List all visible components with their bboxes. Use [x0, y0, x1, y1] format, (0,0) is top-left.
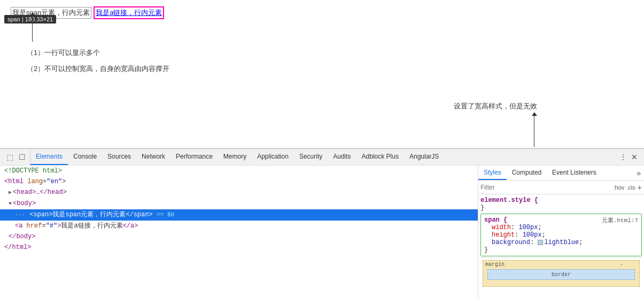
color-swatch[interactable]	[538, 240, 543, 245]
dom-line-head[interactable]: ▶<head>…</head>	[0, 187, 478, 198]
tab-elements[interactable]: Elements	[30, 149, 68, 165]
inspect-icon[interactable]: ⬚	[5, 152, 14, 162]
style-prop-width: width: 100px;	[484, 224, 638, 231]
box-model-outer: margin - border	[483, 260, 640, 287]
box-model-inner: border	[487, 269, 635, 280]
a-element[interactable]: 我是a链接，行内元素	[94, 6, 164, 19]
tab-application[interactable]: Application	[252, 149, 294, 165]
element-style-rule: element.style { }	[480, 197, 642, 211]
dom-line-body[interactable]: ▼<body>	[0, 198, 478, 209]
styles-panel: Styles Computed Event Listeners » :hov .…	[478, 166, 644, 298]
dom-line-doctype: <!DOCTYPE html>	[0, 166, 478, 176]
dom-line-html-close: </html>	[0, 242, 478, 253]
arrow-line	[32, 15, 33, 42]
span-style-rule: span { 元素.html:7 width: 100px; height: 1…	[480, 214, 642, 256]
dom-line-span[interactable]: ··· <span>我是span元素，行内元素</span> == $0	[0, 209, 478, 221]
border-label: border	[552, 272, 571, 278]
margin-value: -	[620, 262, 623, 268]
note-1: （1）一行可以显示多个	[27, 48, 100, 58]
devtools-bar: ⬚ ☐ Elements Console Sources Network Per…	[0, 148, 644, 166]
dom-line-html[interactable]: <html lang="en">	[0, 176, 478, 187]
dom-line-body-close: </body>	[0, 231, 478, 242]
devtools-icons: ⬚ ☐	[2, 149, 30, 165]
cls-button[interactable]: .cls	[626, 184, 635, 191]
chevron-right-icon[interactable]: »	[633, 166, 644, 180]
note-2: （2）不可以控制宽高，自身的宽高由内容撑开	[27, 64, 169, 74]
add-style-button[interactable]: +	[638, 183, 642, 192]
tab-styles[interactable]: Styles	[478, 166, 507, 180]
tab-performance[interactable]: Performance	[170, 149, 218, 165]
devtools-tabs: Elements Console Sources Network Perform…	[30, 149, 615, 165]
tab-memory[interactable]: Memory	[218, 149, 252, 165]
style-prop-background: background: lightblue;	[484, 239, 638, 246]
inline-demo: 我是span元素，行内元素 我是a链接，行内元素	[11, 6, 633, 19]
device-icon[interactable]: ☐	[18, 152, 27, 162]
tab-network[interactable]: Network	[136, 149, 170, 165]
box-model-section: margin - border	[480, 257, 642, 289]
tab-angularjs[interactable]: AngularJS	[404, 149, 444, 165]
tab-sources[interactable]: Sources	[102, 149, 136, 165]
styles-filter-input[interactable]	[480, 184, 614, 191]
styles-filter-buttons: :hov .cls +	[614, 183, 642, 192]
right-arrow	[534, 115, 534, 147]
dom-panel: <!DOCTYPE html> <html lang="en"> ▶<head>…	[0, 166, 478, 298]
right-annotation: 设置了宽高样式，但是无效	[454, 101, 537, 111]
hov-button[interactable]: :hov	[614, 184, 625, 191]
tab-audits[interactable]: Audits	[328, 149, 356, 165]
tab-adblock[interactable]: Adblock Plus	[356, 149, 404, 165]
styles-filter-row: :hov .cls +	[478, 181, 644, 194]
devtools-right-icons: ⋮ ✕	[615, 152, 642, 162]
style-prop-height: height: 100px;	[484, 231, 638, 239]
styles-tabs: Styles Computed Event Listeners »	[478, 166, 644, 181]
tab-security[interactable]: Security	[294, 149, 328, 165]
styles-content: element.style { } span { 元素.html:7 width…	[478, 194, 644, 298]
tab-event-listeners[interactable]: Event Listeners	[547, 166, 602, 180]
page-content: 我是span元素，行内元素 我是a链接，行内元素 span | 180.33×2…	[0, 0, 644, 148]
tooltip-badge: span | 180.33×21	[4, 15, 56, 23]
more-icon[interactable]: ⋮	[618, 152, 628, 162]
close-icon[interactable]: ✕	[630, 152, 639, 162]
tab-console[interactable]: Console	[68, 149, 102, 165]
tab-computed[interactable]: Computed	[507, 166, 547, 180]
dom-line-a[interactable]: <a href="#">我是a链接，行内元素</a>	[0, 221, 478, 231]
devtools-main: <!DOCTYPE html> <html lang="en"> ▶<head>…	[0, 166, 644, 298]
margin-label: margin	[485, 262, 505, 268]
